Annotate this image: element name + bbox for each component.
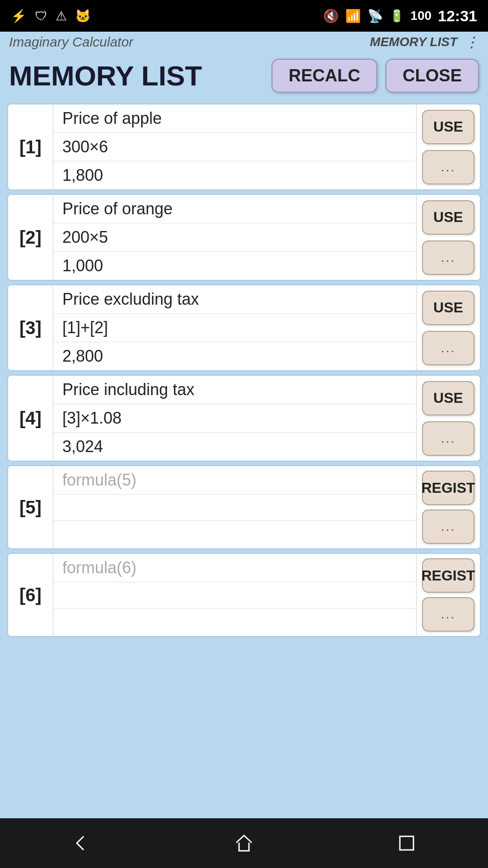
recents-icon (395, 832, 418, 854)
dots-button-1[interactable]: ... (422, 150, 474, 184)
overflow-menu-icon[interactable]: ⋮ (465, 33, 479, 51)
memory-label-1: Price of apple (53, 104, 416, 133)
app-top-bar: Imaginary Calculator MEMORY LIST ⋮ (0, 32, 488, 52)
use-button-4[interactable]: USE (422, 381, 474, 415)
dots-button-3[interactable]: ... (422, 331, 474, 365)
memory-result-3: 2,800 (53, 342, 416, 370)
memory-label-4: Price including tax (53, 376, 416, 404)
memory-label-2: Price of orange (53, 195, 416, 223)
memory-row: [1]Price of apple300×61,800USE... (7, 104, 481, 190)
warning-icon: ⚠ (56, 9, 67, 24)
memory-index-6: [6] (8, 554, 53, 636)
memory-label-3: Price excluding tax (53, 285, 416, 314)
signal-icon: 📡 (367, 9, 383, 24)
home-icon (233, 832, 255, 854)
memory-row: [2]Price of orange200×51,000USE... (7, 194, 481, 281)
memory-label-6[interactable]: formula(6) (53, 554, 416, 582)
header: MEMORY LIST RECALC CLOSE (0, 52, 488, 101)
memory-actions-6: REGIST... (417, 554, 480, 636)
dots-button-5[interactable]: ... (422, 509, 474, 544)
memory-result-6 (53, 609, 416, 635)
memory-actions-3: USE... (417, 285, 480, 370)
memory-content-5: formula(5) (53, 466, 417, 548)
close-button[interactable]: CLOSE (385, 59, 479, 93)
regist-button-6[interactable]: REGIST (422, 558, 474, 593)
regist-button-5[interactable]: REGIST (422, 471, 474, 505)
status-bar: ⚡ 🛡 ⚠ 🐱 🔇 📶 📡 🔋 100 12:31 (0, 0, 488, 32)
dots-button-6[interactable]: ... (422, 597, 474, 632)
home-button[interactable] (226, 830, 262, 857)
shield-icon: 🛡 (35, 9, 47, 24)
dots-button-4[interactable]: ... (422, 421, 474, 456)
use-button-3[interactable]: USE (422, 291, 474, 325)
usb-icon: ⚡ (11, 9, 27, 24)
memory-result-4: 3,024 (53, 433, 416, 461)
memory-formula-2: 200×5 (53, 223, 416, 252)
memory-index-2: [2] (8, 195, 53, 280)
memory-formula-4: [3]×1.08 (53, 404, 416, 433)
memory-content-3: Price excluding tax[1]+[2]2,800 (53, 285, 417, 370)
battery-percent: 100 (410, 9, 432, 23)
memory-result-1: 1,800 (53, 161, 416, 189)
memory-formula-5 (53, 495, 416, 521)
memory-actions-4: USE... (417, 376, 480, 461)
wifi-icon: 📶 (345, 9, 361, 24)
clock: 12:31 (438, 7, 477, 25)
cat-icon: 🐱 (75, 9, 91, 24)
memory-content-1: Price of apple300×61,800 (53, 104, 417, 189)
status-right: 🔇 📶 📡 🔋 100 12:31 (323, 7, 477, 25)
back-icon (70, 832, 93, 854)
memory-row: [6]formula(6)REGIST... (7, 553, 481, 637)
memory-result-2: 1,000 (53, 252, 416, 280)
memory-formula-6 (53, 582, 416, 609)
battery-icon: 🔋 (389, 9, 404, 23)
page-title: MEMORY LIST (9, 60, 263, 92)
memory-row: [3]Price excluding tax[1]+[2]2,800USE... (7, 284, 481, 371)
memory-index-3: [3] (8, 285, 53, 370)
app-title-partial: Imaginary Calculator (9, 34, 370, 50)
back-button[interactable] (63, 830, 99, 857)
memory-actions-2: USE... (417, 195, 480, 280)
memory-label-5[interactable]: formula(5) (53, 466, 416, 495)
memory-content-4: Price including tax[3]×1.083,024 (53, 376, 417, 461)
memory-index-1: [1] (8, 104, 53, 189)
memory-index-5: [5] (8, 466, 53, 548)
recalc-button[interactable]: RECALC (272, 59, 377, 93)
memory-list: [1]Price of apple300×61,800USE...[2]Pric… (0, 101, 488, 818)
memory-content-6: formula(6) (53, 554, 417, 636)
status-icons: ⚡ 🛡 ⚠ 🐱 (11, 9, 91, 24)
memory-formula-1: 300×6 (53, 133, 416, 161)
memory-result-5 (53, 521, 416, 547)
use-button-2[interactable]: USE (422, 200, 474, 235)
use-button-1[interactable]: USE (422, 110, 474, 144)
memory-index-4: [4] (8, 376, 53, 461)
recents-button[interactable] (389, 830, 425, 857)
memory-list-label-small: MEMORY LIST (370, 35, 457, 49)
dots-button-2[interactable]: ... (422, 241, 474, 275)
memory-formula-3: [1]+[2] (53, 314, 416, 342)
memory-row: [5]formula(5)REGIST... (7, 465, 481, 549)
svg-rect-0 (400, 836, 413, 850)
memory-actions-1: USE... (417, 104, 480, 189)
mute-icon: 🔇 (323, 9, 339, 24)
memory-content-2: Price of orange200×51,000 (53, 195, 417, 280)
memory-actions-5: REGIST... (417, 466, 480, 548)
bottom-nav (0, 818, 488, 868)
memory-row: [4]Price including tax[3]×1.083,024USE..… (7, 375, 481, 462)
app-container: Imaginary Calculator MEMORY LIST ⋮ MEMOR… (0, 32, 488, 818)
